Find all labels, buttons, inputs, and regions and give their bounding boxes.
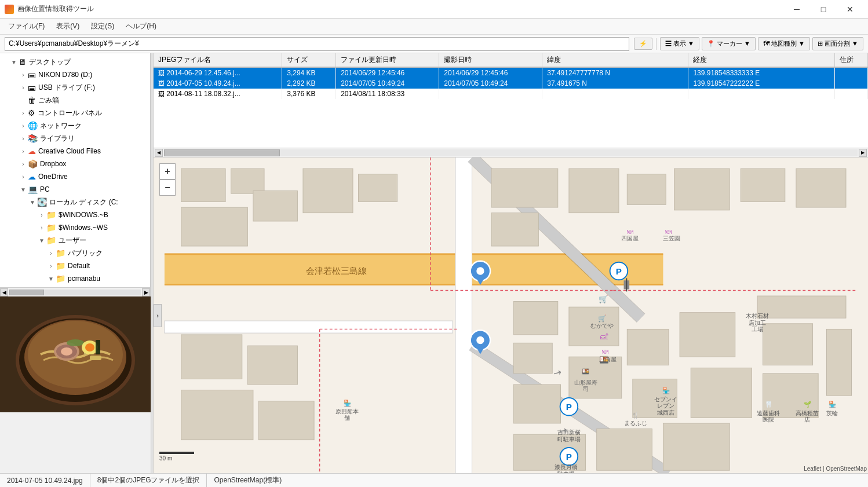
col-header-lon[interactable]: 経度 <box>688 53 834 67</box>
svg-rect-60 <box>757 296 846 318</box>
tree-item-trash[interactable]: 🗑 ごみ箱 <box>0 94 150 107</box>
menubar: ファイル(F) 表示(V) 設定(S) ヘルプ(H) <box>0 19 868 35</box>
svg-text:店加工: 店加工 <box>749 320 766 326</box>
hscroll-right-arrow[interactable]: ▶ <box>142 288 150 296</box>
hscroll-left-btn[interactable]: ◀ <box>155 149 163 157</box>
hscroll-track[interactable] <box>9 290 141 295</box>
hscroll-thumb[interactable] <box>9 290 44 295</box>
cell-updated: 2014/06/29 12:45:46 <box>336 67 439 78</box>
maptype-button[interactable]: 🗺 地図種別 ▼ <box>758 37 810 50</box>
svg-rect-62 <box>597 429 652 471</box>
zoom-in-button[interactable]: + <box>159 163 176 180</box>
tree-item-windows-b[interactable]: › 📁 $WINDOWS.~B <box>0 208 150 221</box>
menu-file[interactable]: ファイル(F) <box>2 20 50 32</box>
map-zoom-controls: + − <box>159 163 176 196</box>
refresh-button[interactable]: ⚡ <box>634 38 652 50</box>
tree-item-desktop[interactable]: ▼ 🖥 デスクトップ <box>0 56 150 68</box>
tree-hscroll[interactable]: ◀ ▶ <box>0 287 150 296</box>
pcmanabu-folder-icon: 📁 <box>56 274 65 283</box>
maximize-button[interactable]: □ <box>810 0 837 19</box>
cell-lat: 37.491247777778 N <box>542 67 688 78</box>
tree-item-nikon[interactable]: › 🖴 NIKON D780 (D:) <box>0 68 150 81</box>
tree-item-control[interactable]: › ⚙ コントロール パネル <box>0 107 150 119</box>
scale-label: 30 m <box>159 455 172 462</box>
hscroll-left-arrow[interactable]: ◀ <box>0 288 8 296</box>
folder-icon: 📁 <box>46 223 56 232</box>
table-row[interactable]: 🖼 2014-08-11 18.08.32.j... 3,376 KB 2014… <box>154 89 868 99</box>
panel-expand-arrow[interactable]: › <box>154 304 162 327</box>
table-hscroll[interactable]: ◀ ▶ <box>154 148 868 157</box>
tree-item-pcmanabu[interactable]: ▼ 📁 pcmanabu <box>0 272 150 285</box>
cell-lon: 139.918547222222 E <box>688 78 834 89</box>
file-list-panel: JPEGファイル名 サイズ ファイル更新日時 撮影日時 緯度 経度 住所 <box>154 53 868 158</box>
zoom-out-button[interactable]: − <box>159 180 176 196</box>
tree-item-users[interactable]: ▼ 📁 ユーザー <box>0 234 150 247</box>
tree-item-public[interactable]: › 📁 パブリック <box>0 247 150 259</box>
thumbnail-image <box>0 296 151 412</box>
svg-rect-18 <box>165 284 663 285</box>
cell-address <box>834 78 867 89</box>
svg-text:🍽: 🍽 <box>666 228 672 235</box>
network-icon: 🌐 <box>28 121 38 130</box>
marker-button[interactable]: 📍 マーカー ▼ <box>702 37 756 50</box>
svg-point-12 <box>85 343 94 351</box>
menu-view[interactable]: 表示(V) <box>50 20 85 32</box>
menu-help[interactable]: ヘルプ(H) <box>120 20 162 32</box>
file-table: JPEGファイル名 サイズ ファイル更新日時 撮影日時 緯度 経度 住所 <box>154 53 868 148</box>
col-header-address[interactable]: 住所 <box>834 53 867 67</box>
status-filename: 2014-07-05 10.49.24.jpg <box>0 474 90 487</box>
onedrive-icon: ☁ <box>28 172 36 181</box>
close-button[interactable]: ✕ <box>837 0 863 19</box>
table-row[interactable]: 🖼 2014-06-29 12.45.46.j... 3,294 KB 2014… <box>154 67 868 78</box>
titlebar-controls: ─ □ ✕ <box>783 0 863 19</box>
svg-rect-106 <box>626 278 627 291</box>
address-bar[interactable] <box>5 37 629 51</box>
tree-item-library[interactable]: › 📚 ライブラリ <box>0 132 150 145</box>
col-header-updated[interactable]: ファイル更新日時 <box>336 53 439 67</box>
tree-item-windows-ws[interactable]: › 📁 $Windows.~WS <box>0 221 150 234</box>
svg-rect-46 <box>181 390 253 440</box>
col-header-lat[interactable]: 緯度 <box>542 53 688 67</box>
library-icon: 📚 <box>28 134 38 143</box>
cell-size: 3,294 KB <box>282 67 336 78</box>
cell-taken: 2014/06/29 12:45:46 <box>439 67 542 78</box>
tree-item-local-disk[interactable]: ▼ 💽 ローカル ディスク (C: <box>0 196 150 208</box>
minimize-button[interactable]: ─ <box>783 0 810 19</box>
svg-rect-20 <box>455 158 472 473</box>
table-row[interactable]: 🖼 2014-07-05 10.49.24.j... 2,292 KB 2014… <box>154 78 868 89</box>
split-button[interactable]: ⊞ 画面分割 ▼ <box>812 37 863 50</box>
col-header-size[interactable]: サイズ <box>282 53 336 67</box>
svg-text:工場: 工場 <box>752 326 763 332</box>
svg-text:会津若松三島線: 会津若松三島線 <box>306 266 367 276</box>
tree-item-default[interactable]: › 📁 Default <box>0 259 150 272</box>
tree-item-pc[interactable]: ▼ 💻 PC <box>0 183 150 196</box>
tree-item-creative-cloud[interactable]: › ☁ Creative Cloud Files <box>0 145 150 158</box>
folder-icon: 📁 <box>46 210 56 219</box>
tree-item-network[interactable]: › 🌐 ネットワーク <box>0 119 150 132</box>
tree-item-usb[interactable]: › 🖴 USB ドライブ (F:) <box>0 81 150 94</box>
menu-settings[interactable]: 設定(S) <box>85 20 120 32</box>
cell-name: 🖼 2014-07-05 10.49.24.j... <box>154 78 282 89</box>
svg-text:山形屋寿: 山形屋寿 <box>574 379 597 386</box>
svg-text:🦷: 🦷 <box>765 401 773 408</box>
svg-point-112 <box>476 267 484 274</box>
app-title: 画像位置情報取得ツール <box>17 4 94 14</box>
display-button[interactable]: ☰ 表示 ▼ <box>660 37 699 50</box>
svg-rect-10 <box>90 356 101 360</box>
col-header-taken[interactable]: 撮影日時 <box>439 53 542 67</box>
scale-bar-line <box>159 452 194 454</box>
hscroll-right-btn[interactable]: ▶ <box>859 149 867 157</box>
jpeg-icon: 🖼 <box>158 80 165 87</box>
col-header-name[interactable]: JPEGファイル名 <box>154 53 282 67</box>
svg-point-9 <box>67 339 84 346</box>
toolbar-buttons: ⚡ ☰ 表示 ▼ 📍 マーカー ▼ 🗺 地図種別 ▼ ⊞ 画面分割 ▼ <box>634 37 863 50</box>
svg-text:🍽: 🍽 <box>602 348 608 355</box>
hscroll-track[interactable] <box>164 149 858 156</box>
tree-item-dropbox[interactable]: › 📦 Dropbox <box>0 158 150 170</box>
cell-lat <box>542 89 688 99</box>
svg-rect-14 <box>96 340 100 354</box>
tree-item-onedrive[interactable]: › ☁ OneDrive <box>0 170 150 183</box>
svg-text:医院: 医院 <box>763 416 774 423</box>
svg-rect-49 <box>513 343 552 374</box>
hscroll-thumb[interactable] <box>164 149 280 156</box>
